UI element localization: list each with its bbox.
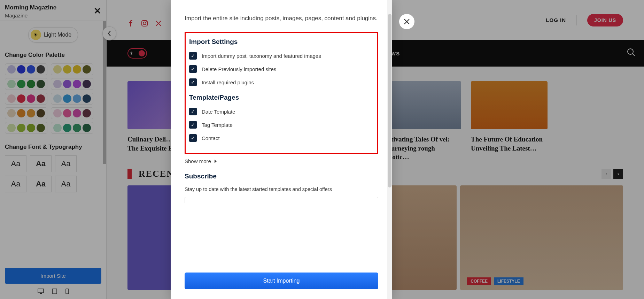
color-swatch: [83, 80, 91, 88]
font-option[interactable]: Aa: [30, 155, 52, 172]
collapse-sidebar-button[interactable]: [102, 26, 116, 40]
sidebar-footer: Import Site: [0, 263, 106, 299]
subscribe-description: Stay up to date with the latest started …: [185, 186, 378, 192]
checkbox-label: Delete Previously imported sites: [202, 66, 276, 72]
checkbox-label: Import dummy post, taxonomy and featured…: [202, 53, 321, 59]
color-swatch: [83, 94, 91, 103]
mobile-icon[interactable]: [65, 289, 69, 294]
palette-option[interactable]: [5, 107, 47, 119]
checkbox-row: ✓Date Template: [189, 108, 374, 115]
color-swatch: [27, 80, 35, 88]
color-swatch: [63, 65, 71, 74]
social-icons: [127, 20, 162, 26]
x-twitter-icon[interactable]: [155, 20, 162, 26]
facebook-icon[interactable]: [127, 20, 134, 26]
chevron-left-icon: [107, 30, 111, 37]
modal-close-button[interactable]: [399, 14, 414, 29]
sidebar-header: Morning Magazine Magazine ✕: [0, 0, 106, 21]
close-icon[interactable]: ✕: [94, 6, 101, 16]
color-swatch: [73, 65, 81, 74]
color-swatch: [7, 94, 16, 103]
font-option[interactable]: Aa: [5, 176, 26, 192]
checkbox[interactable]: ✓: [189, 134, 197, 142]
checkbox-label: Date Template: [202, 109, 235, 115]
color-swatch: [37, 124, 45, 132]
color-swatch: [7, 65, 16, 74]
next-button[interactable]: ›: [613, 169, 623, 179]
svg-rect-0: [38, 289, 44, 293]
modal-footer: Start Importing: [171, 270, 392, 299]
svg-rect-3: [66, 289, 69, 294]
auth-controls: LOG IN JOIN US: [546, 14, 623, 26]
prev-button[interactable]: ‹: [602, 169, 611, 179]
font-grid: Aa Aa Aa Aa Aa Aa: [5, 155, 101, 192]
article-card[interactable]: The Future Of Education Unveiling The La…: [471, 81, 548, 162]
font-option[interactable]: Aa: [5, 155, 26, 172]
accent-bar: [127, 169, 132, 179]
color-swatch: [7, 80, 16, 88]
login-link[interactable]: LOG IN: [546, 17, 566, 23]
font-section-label: Change Font & Typography: [5, 144, 101, 151]
color-swatch: [27, 124, 35, 132]
chip-lifestyle[interactable]: LIFESTYLE: [494, 277, 523, 285]
svg-point-6: [146, 21, 147, 22]
search-icon[interactable]: [627, 48, 636, 57]
featured-card[interactable]: COFFEE LIFESTYLE: [460, 185, 623, 290]
article-card[interactable]: …tivating Tales Of vel: Journeying rough…: [385, 81, 461, 162]
desktop-icon[interactable]: [38, 289, 44, 294]
palette-option[interactable]: [51, 122, 93, 134]
light-mode-toggle[interactable]: ☀ Light Mode: [28, 27, 78, 43]
palette-option[interactable]: [51, 63, 93, 75]
palette-option[interactable]: [5, 93, 47, 105]
color-swatch: [17, 124, 25, 132]
color-swatch: [53, 109, 62, 117]
color-swatch: [63, 124, 71, 132]
checkbox[interactable]: ✓: [189, 52, 197, 60]
color-swatch: [63, 94, 71, 103]
color-swatch: [17, 65, 25, 74]
subscribe-heading: Subscribe: [185, 172, 378, 180]
font-option[interactable]: Aa: [30, 176, 52, 192]
color-swatch: [27, 109, 35, 117]
checkbox-row: ✓Contact: [189, 134, 374, 142]
email-input[interactable]: [185, 197, 378, 203]
checkbox[interactable]: ✓: [189, 121, 197, 129]
color-swatch: [53, 124, 62, 132]
show-more-button[interactable]: Show more: [185, 158, 378, 164]
palette-option[interactable]: [5, 122, 47, 134]
color-swatch: [27, 94, 35, 103]
device-switcher: [5, 289, 101, 294]
card-image: [471, 81, 548, 129]
palette-option[interactable]: [51, 93, 93, 105]
color-swatch: [73, 109, 81, 117]
instagram-icon[interactable]: [141, 20, 148, 26]
font-option[interactable]: Aa: [55, 176, 77, 192]
palette-option[interactable]: [5, 63, 47, 75]
color-swatch: [17, 109, 25, 117]
color-swatch: [63, 109, 71, 117]
tablet-icon[interactable]: [52, 289, 57, 294]
palette-option[interactable]: [51, 78, 93, 90]
scrollbar-thumb[interactable]: [103, 21, 106, 164]
checkbox[interactable]: ✓: [189, 78, 197, 86]
checkbox[interactable]: ✓: [189, 65, 197, 73]
start-importing-button[interactable]: Start Importing: [185, 273, 378, 289]
palette-option[interactable]: [5, 78, 47, 90]
color-swatch: [83, 109, 91, 117]
sidebar-subtitle: Magazine: [5, 13, 101, 18]
chip-coffee[interactable]: COFFEE: [467, 277, 491, 285]
checkbox[interactable]: ✓: [189, 108, 197, 115]
join-us-button[interactable]: JOIN US: [587, 14, 623, 26]
color-swatch: [83, 65, 91, 74]
font-option[interactable]: Aa: [55, 155, 77, 172]
sun-icon: ☀: [130, 51, 133, 56]
carousel-nav: ‹ ›: [602, 169, 623, 179]
chevron-right-icon: [214, 159, 217, 163]
palette-option[interactable]: [51, 107, 93, 119]
checkbox-row: ✓Delete Previously imported sites: [189, 65, 374, 73]
light-mode-label: Light Mode: [44, 32, 71, 38]
color-swatch: [17, 80, 25, 88]
import-site-button[interactable]: Import Site: [5, 268, 101, 284]
dark-mode-toggle[interactable]: ☀: [127, 48, 147, 59]
sidebar-title: Morning Magazine: [5, 4, 101, 11]
